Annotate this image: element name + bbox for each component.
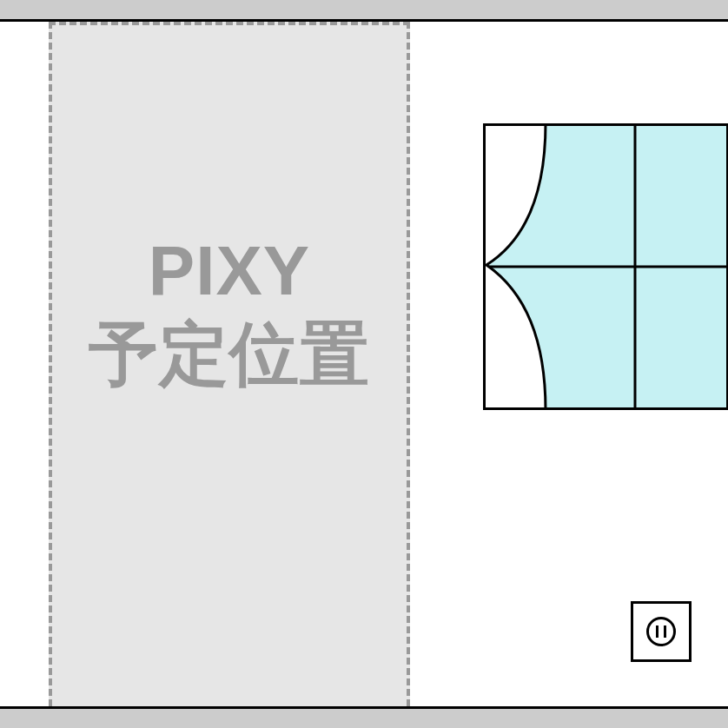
power-outlet-icon [631,601,692,662]
floor-bar [0,709,728,728]
outlet-slot [656,625,659,638]
placeholder-label-line2: 予定位置 [89,313,370,396]
placeholder-label-line1: PIXY [149,229,310,313]
outlet-slot [664,625,666,638]
ceiling-bar [0,0,728,19]
outlet-ring [646,617,676,646]
room-diagram: PIXY 予定位置 [0,0,728,728]
pixy-placeholder-zone: PIXY 予定位置 [49,22,410,706]
window-icon [483,123,728,410]
